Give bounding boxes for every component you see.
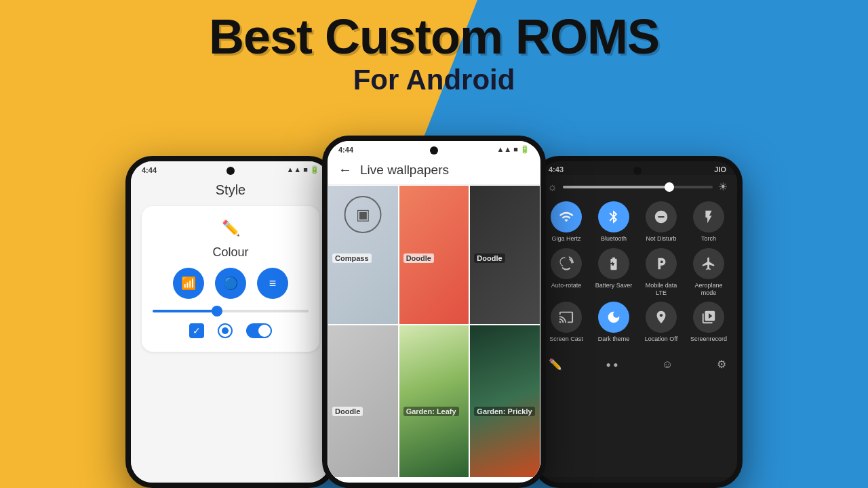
qs-label-mobile-data: Mobile data LTE xyxy=(639,282,683,297)
title-area: Best Custom ROMS For Android xyxy=(0,12,868,96)
settings-icon[interactable]: ⚙ xyxy=(717,358,726,371)
qs-label-aeroplane: Aeroplane mode xyxy=(687,282,730,297)
wp-doodle3[interactable]: Doodle xyxy=(328,325,399,478)
rotate-qs-icon xyxy=(551,248,582,279)
bluetooth-icon: 🔵 xyxy=(223,276,238,291)
qs-tile-autorotate[interactable]: Auto-rotate xyxy=(545,248,588,297)
toggle-knob xyxy=(258,325,271,337)
plane-qs-icon xyxy=(693,248,724,279)
torch-qs-icon xyxy=(693,201,724,232)
title-line1: Best Custom ROMS xyxy=(0,12,868,61)
nav-left-arrow[interactable]: ‹ xyxy=(144,485,149,488)
notch-right xyxy=(633,167,642,175)
icon-row: 📶 🔵 ≡ xyxy=(173,268,288,299)
wallpaper-grid: ▣ Compass Doodle Doodle xyxy=(328,185,540,478)
bluetooth-qs-icon xyxy=(598,201,629,232)
menu-icon: ≡ xyxy=(269,277,277,291)
brightness-low-icon: ☼ xyxy=(547,181,557,193)
wp-doodle1[interactable]: Doodle xyxy=(399,185,470,325)
qs-tile-battery-saver[interactable]: Battery Saver xyxy=(592,248,635,297)
wp-compass[interactable]: ▣ Compass xyxy=(328,185,399,325)
qs-label-giga-hertz: Giga Hertz xyxy=(551,235,580,243)
phone-left-nav: ‹ › xyxy=(131,478,330,488)
qs-tile-torch[interactable]: Torch xyxy=(687,201,730,243)
qs-tile-dnd[interactable]: Not Disturb xyxy=(639,201,683,243)
qs-tile-location[interactable]: Location Off xyxy=(639,302,683,343)
lw-title: Live wallpapers xyxy=(360,163,449,178)
phone-left-content: Style ✏️ Colour 📶 🔵 ≡ xyxy=(131,176,330,478)
battery-qs-icon xyxy=(598,248,629,279)
time-left: 4:44 xyxy=(142,166,157,174)
radio-dot xyxy=(222,327,229,334)
wp-doodle2[interactable]: Doodle xyxy=(469,185,540,325)
wp-doodle2-label: Doodle xyxy=(474,253,505,263)
qs-brightness-slider[interactable] xyxy=(563,186,713,188)
toggle-switch[interactable] xyxy=(246,323,272,338)
qs-label-battery-saver: Battery Saver xyxy=(595,282,633,289)
checkbox[interactable]: ✓ xyxy=(189,323,204,338)
title-line2: For Android xyxy=(0,64,868,96)
wp-garden-leafy-img: Garden: Leafy xyxy=(399,325,469,420)
wifi-icon: 📶 xyxy=(181,276,196,291)
wp-doodle2-img: Doodle xyxy=(470,186,540,267)
slider-thumb xyxy=(212,306,222,317)
lw-header: ← Live wallpapers xyxy=(328,155,540,185)
qs-tile-aeroplane[interactable]: Aeroplane mode xyxy=(687,248,730,297)
qs-tile-dark-theme[interactable]: Dark theme xyxy=(592,302,635,343)
qs-tile-mobile-data[interactable]: Mobile data LTE xyxy=(639,248,683,297)
radio-button[interactable] xyxy=(218,323,233,338)
qs-brightness-row: ☼ ☀ xyxy=(538,175,737,199)
qs-label-dark-theme: Dark theme xyxy=(598,336,630,343)
menu-icon-circle: ≡ xyxy=(257,268,288,299)
signal-left: ▲▲ ■ 🔋 xyxy=(286,165,319,174)
qs-grid-row3: Screen Cast Dark theme Location Off xyxy=(538,299,737,346)
phone-center: 4:44 ▲▲ ■ 🔋 ← Live wallpapers ▣ Compass … xyxy=(322,136,546,488)
qs-grid-row1: Giga Hertz Bluetooth Not Disturb xyxy=(538,199,737,245)
pencil-icon: ✏️ xyxy=(222,220,240,237)
screenrecord-qs-icon xyxy=(693,302,724,333)
slider-fill xyxy=(153,310,215,312)
compass-decoration: ▣ xyxy=(344,196,382,233)
phone-right-content: ☼ ☀ Giga Hertz xyxy=(538,175,737,477)
qs-tile-cast[interactable]: Screen Cast xyxy=(545,302,588,343)
style-card-label: Colour xyxy=(212,245,248,260)
wifi-qs-icon xyxy=(551,201,582,232)
data-qs-icon xyxy=(646,248,677,279)
wp-compass-label: Compass xyxy=(332,253,372,263)
back-button[interactable]: ← xyxy=(338,162,352,178)
wp-garden-prickly-label: Garden: Prickly xyxy=(474,407,534,416)
brightness-high-icon: ☀ xyxy=(718,180,728,193)
qs-bottom-bar: ✏️ ● ● ☺ ⚙ xyxy=(538,351,737,378)
time-center: 4:44 xyxy=(338,146,353,154)
qs-label-dnd: Not Disturb xyxy=(646,235,676,243)
wp-garden-prickly[interactable]: Garden: Prickly xyxy=(469,325,540,478)
qs-label-location: Location Off xyxy=(645,336,677,343)
qs-label-torch: Torch xyxy=(701,235,716,243)
qs-brightness-fill xyxy=(563,186,668,188)
notch-left xyxy=(226,167,235,175)
toggle-row: ✓ xyxy=(189,323,272,338)
phones-row: 4:44 ▲▲ ■ 🔋 Style ✏️ Colour 📶 🔵 ≡ xyxy=(0,136,868,488)
style-slider[interactable] xyxy=(153,310,309,312)
style-card: ✏️ Colour 📶 🔵 ≡ xyxy=(142,206,319,352)
wp-garden-leafy-label: Garden: Leafy xyxy=(403,407,459,416)
wp-garden-leafy[interactable]: Garden: Leafy xyxy=(399,325,470,478)
phone-center-content: ← Live wallpapers ▣ Compass Doodle xyxy=(328,155,540,478)
phone-left: 4:44 ▲▲ ■ 🔋 Style ✏️ Colour 📶 🔵 ≡ xyxy=(125,156,336,488)
face-icon[interactable]: ☺ xyxy=(662,359,673,371)
qs-label-autorotate: Auto-rotate xyxy=(551,282,582,289)
qs-label-cast: Screen Cast xyxy=(549,336,583,343)
carrier-right: JIO xyxy=(714,165,726,174)
dnd-qs-icon xyxy=(646,201,677,232)
qs-label-bluetooth: Bluetooth xyxy=(601,235,627,243)
notch-center xyxy=(430,146,438,155)
pencil-bottom-icon[interactable]: ✏️ xyxy=(549,358,562,371)
wp-doodle1-label: Doodle xyxy=(403,253,434,263)
dots-bottom: ● ● xyxy=(606,360,618,369)
nav-right-arrow[interactable]: › xyxy=(313,485,317,488)
qs-tile-giga-hertz[interactable]: Giga Hertz xyxy=(545,201,588,243)
location-qs-icon xyxy=(646,302,677,333)
phone-right: 4:43 JIO ☼ ☀ Giga Hertz xyxy=(532,156,743,488)
qs-tile-bluetooth[interactable]: Bluetooth xyxy=(592,201,635,243)
qs-tile-screenrecord[interactable]: Screenrecord xyxy=(687,302,730,343)
